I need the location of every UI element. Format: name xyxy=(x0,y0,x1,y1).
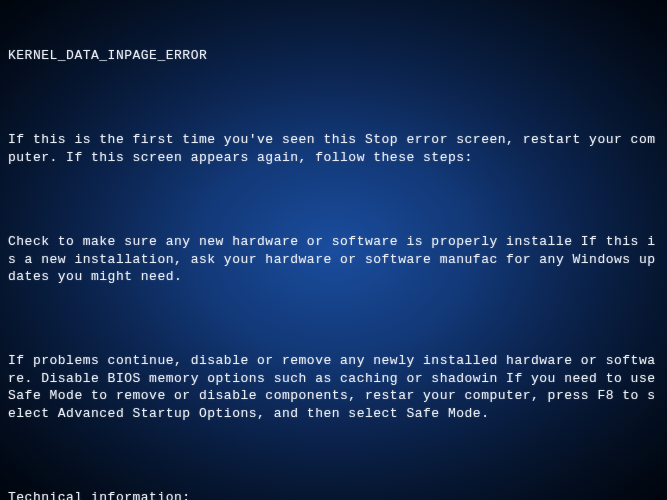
instruction-check-hardware: Check to make sure any new hardware or s… xyxy=(8,233,659,286)
instruction-disable-remove: If problems continue, disable or remove … xyxy=(8,352,659,422)
instruction-first-time: If this is the first time you've seen th… xyxy=(8,131,659,166)
bsod-screen: KERNEL_DATA_INPAGE_ERROR If this is the … xyxy=(8,12,659,500)
error-title: KERNEL_DATA_INPAGE_ERROR xyxy=(8,47,659,65)
technical-info-header: Technical information: xyxy=(8,489,659,500)
